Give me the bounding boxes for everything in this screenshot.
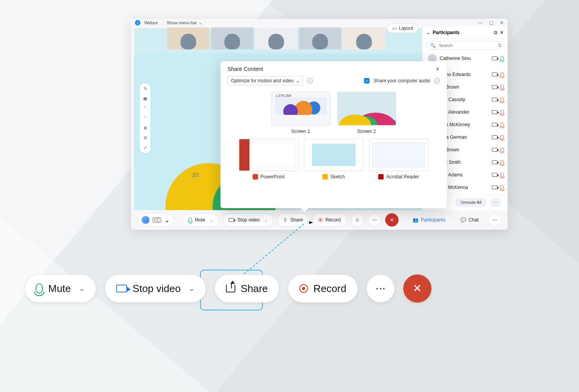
- minimize-icon[interactable]: —: [478, 20, 483, 25]
- popover-close-icon[interactable]: ✕: [435, 66, 440, 72]
- chevron-down-icon[interactable]: ˅: [144, 116, 146, 121]
- share-app-powerpoint[interactable]: PowerPoint: [239, 139, 299, 180]
- close-icon[interactable]: ✕: [500, 20, 504, 25]
- camera-icon: [492, 135, 497, 139]
- mute-label: Mute: [48, 283, 71, 295]
- expand-icon[interactable]: ⤢: [144, 145, 147, 150]
- participant-name: …ra German: [440, 134, 489, 140]
- zoom-more-button[interactable]: ⋯: [366, 274, 395, 303]
- participants-title: Participants: [433, 30, 460, 35]
- share-audio-checkbox[interactable]: ✓: [364, 78, 370, 83]
- video-thumbnail[interactable]: [343, 27, 385, 49]
- show-menu-bar[interactable]: Show menu bar ⌄: [167, 20, 202, 25]
- microphone-icon: [501, 56, 504, 61]
- webex-window: Webex | Show menu bar ⌄ — ▢ ✕ 20 ✎ ▦ ˄ ˅…: [131, 19, 508, 230]
- share-screen-1[interactable]: 1,878,358 Screen 1: [271, 92, 330, 134]
- camera-icon: [229, 218, 234, 222]
- zoom-mute-button[interactable]: Mute ⌄: [24, 274, 96, 303]
- chevron-down-icon[interactable]: ⌄: [189, 284, 195, 293]
- zoom-out-icon[interactable]: ⊖: [144, 135, 147, 140]
- end-call-button[interactable]: ✕: [385, 213, 399, 227]
- stop-video-button[interactable]: Stop video ⌄: [223, 213, 273, 227]
- maximize-icon[interactable]: ▢: [489, 20, 493, 25]
- microphone-icon: [501, 72, 504, 77]
- info-icon[interactable]: i: [307, 78, 313, 83]
- share-content-popover: Share Content ✕ Optimize for motion and …: [220, 61, 447, 208]
- stage-tools: ✎ ▦ ˄ ˅ ⊕ ⊖ ⤢: [140, 83, 151, 153]
- microphone-icon: [189, 218, 192, 222]
- camera-icon: [492, 73, 497, 76]
- camera-icon: [492, 148, 497, 152]
- zoom-stop-video-button[interactable]: Stop video ⌄: [105, 274, 206, 303]
- more-options-button[interactable]: ⋯: [368, 213, 381, 227]
- microphone-icon: [501, 147, 504, 152]
- chat-icon: 💬: [461, 217, 466, 223]
- grid-icon[interactable]: ▦: [143, 96, 147, 101]
- chevron-down-icon: ⌄: [164, 216, 169, 224]
- zoom-end-call-button[interactable]: ✕: [403, 274, 432, 303]
- microphone-icon: [36, 283, 43, 294]
- participant-name: …rt Smith: [440, 160, 489, 165]
- video-thumbnail[interactable]: [167, 27, 209, 49]
- zoom-share-button[interactable]: Share: [215, 274, 279, 303]
- panel-options-button[interactable]: ⋯: [488, 213, 501, 227]
- camera-icon: [492, 98, 497, 102]
- chevron-down-icon[interactable]: ⌄: [210, 218, 213, 222]
- zoomed-toolbar: Mute ⌄ Stop video ⌄ Share Record ⋯ ✕: [24, 274, 432, 303]
- camera-icon: [492, 185, 497, 189]
- camera-icon: [492, 110, 497, 114]
- share-app-sketch[interactable]: Sketch: [304, 139, 364, 180]
- participant-name: … Brown: [440, 147, 489, 152]
- microphone-icon: [501, 97, 504, 102]
- chevron-up-icon[interactable]: ˄: [144, 106, 146, 111]
- camera-icon: [492, 160, 497, 164]
- zoom-record-button[interactable]: Record: [288, 274, 358, 303]
- zoom-in-icon[interactable]: ⊕: [144, 125, 147, 131]
- annotate-icon[interactable]: ✎: [144, 86, 147, 91]
- video-thumbnail[interactable]: [211, 27, 253, 49]
- info-icon[interactable]: i: [434, 78, 440, 83]
- participants-search[interactable]: 🔍 ⇅: [426, 41, 504, 50]
- video-thumbnail[interactable]: [299, 27, 341, 49]
- participant-name: …in McKinney: [440, 122, 489, 127]
- optimize-select[interactable]: Optimize for motion and video ⌄: [228, 76, 303, 85]
- share-label: Share: [241, 283, 268, 295]
- meeting-toolbar: CC ⌄ Mute ⌄ Stop video ⌄ ⇪ Share Record …: [131, 210, 508, 230]
- search-input[interactable]: [438, 43, 494, 48]
- close-panel-icon[interactable]: ✕: [500, 30, 504, 35]
- unmute-all-button[interactable]: Unmute All: [455, 198, 487, 207]
- participant-name: … Brown: [440, 84, 489, 90]
- record-icon: [299, 284, 308, 293]
- participant-name: …mo Edwards: [440, 72, 489, 77]
- mute-button[interactable]: Mute ⌄: [183, 213, 219, 227]
- participants-more-button[interactable]: ⋯: [490, 198, 501, 207]
- share-app-acrobat[interactable]: Acrobat Reader: [369, 139, 429, 180]
- optimize-label: Optimize for motion and video: [231, 78, 293, 83]
- chevron-down-icon[interactable]: ⌄: [264, 218, 268, 222]
- camera-icon: [492, 173, 497, 177]
- reactions-button[interactable]: ☺: [351, 213, 364, 227]
- video-thumbnail[interactable]: [255, 27, 297, 49]
- participant-name: …y McKenna: [440, 185, 489, 190]
- share-screen-2[interactable]: Screen 2: [337, 92, 396, 134]
- sketch-icon: [322, 174, 328, 180]
- participants-button[interactable]: 👥 Participants: [407, 213, 451, 227]
- chat-button[interactable]: 💬 Chat: [455, 213, 484, 227]
- participants-icon: 👥: [413, 217, 419, 223]
- share-button[interactable]: ⇪ Share: [277, 213, 309, 227]
- layout-label: Layout: [399, 25, 413, 31]
- sort-icon[interactable]: ⇅: [498, 43, 502, 48]
- popover-title: Share Content: [228, 66, 263, 72]
- chevron-down-icon[interactable]: ⌄: [426, 30, 430, 35]
- webex-assistant[interactable]: CC ⌄: [137, 213, 174, 227]
- cc-icon: CC: [153, 218, 161, 223]
- popout-icon[interactable]: ⧉: [494, 30, 497, 35]
- screen1-label: Screen 1: [291, 129, 310, 134]
- layout-button[interactable]: ▭ Layout: [387, 24, 418, 33]
- share-icon: ⇪: [283, 217, 287, 223]
- chevron-down-icon[interactable]: ⌄: [79, 284, 85, 293]
- search-icon: 🔍: [430, 43, 436, 48]
- record-button[interactable]: Record: [313, 213, 347, 227]
- camera-icon: [492, 85, 497, 89]
- participant-name: …n Adams: [440, 172, 489, 178]
